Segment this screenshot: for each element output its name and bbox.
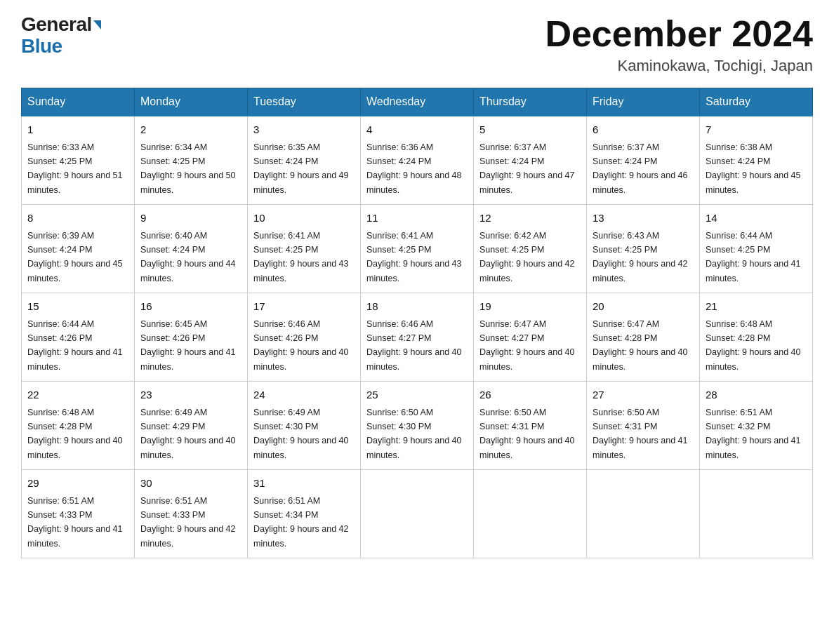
calendar-cell: 21 Sunrise: 6:48 AMSunset: 4:28 PMDaylig… xyxy=(700,293,813,382)
calendar-week-row: 22 Sunrise: 6:48 AMSunset: 4:28 PMDaylig… xyxy=(22,382,813,470)
calendar-cell: 7 Sunrise: 6:38 AMSunset: 4:24 PMDayligh… xyxy=(700,116,813,205)
day-number: 19 xyxy=(479,299,581,315)
calendar-cell: 8 Sunrise: 6:39 AMSunset: 4:24 PMDayligh… xyxy=(22,205,135,293)
logo-arrow-icon xyxy=(93,20,101,29)
calendar-cell: 27 Sunrise: 6:50 AMSunset: 4:31 PMDaylig… xyxy=(587,382,700,470)
day-info: Sunrise: 6:51 AMSunset: 4:32 PMDaylight:… xyxy=(706,408,801,460)
day-info: Sunrise: 6:49 AMSunset: 4:29 PMDaylight:… xyxy=(140,408,236,460)
day-number: 12 xyxy=(479,210,581,227)
calendar-cell: 18 Sunrise: 6:46 AMSunset: 4:27 PMDaylig… xyxy=(361,293,474,382)
day-info: Sunrise: 6:50 AMSunset: 4:31 PMDaylight:… xyxy=(479,408,575,460)
day-number: 20 xyxy=(593,299,694,315)
day-info: Sunrise: 6:36 AMSunset: 4:24 PMDaylight:… xyxy=(366,142,462,195)
header-tuesday: Tuesday xyxy=(248,88,361,116)
day-number: 22 xyxy=(27,387,128,403)
calendar-cell: 11 Sunrise: 6:41 AMSunset: 4:25 PMDaylig… xyxy=(361,205,474,293)
calendar-cell: 28 Sunrise: 6:51 AMSunset: 4:32 PMDaylig… xyxy=(700,382,813,470)
header-sunday: Sunday xyxy=(22,88,135,116)
day-number: 9 xyxy=(140,210,241,227)
calendar-cell: 20 Sunrise: 6:47 AMSunset: 4:28 PMDaylig… xyxy=(587,293,700,382)
day-info: Sunrise: 6:37 AMSunset: 4:24 PMDaylight:… xyxy=(479,142,575,195)
day-number: 10 xyxy=(253,210,355,227)
day-info: Sunrise: 6:34 AMSunset: 4:25 PMDaylight:… xyxy=(140,142,236,195)
calendar-cell: 10 Sunrise: 6:41 AMSunset: 4:25 PMDaylig… xyxy=(248,205,361,293)
day-info: Sunrise: 6:33 AMSunset: 4:25 PMDaylight:… xyxy=(27,142,123,195)
page-header: General Blue December 2024 Kaminokawa, T… xyxy=(21,14,813,75)
day-info: Sunrise: 6:50 AMSunset: 4:31 PMDaylight:… xyxy=(593,408,688,460)
day-number: 11 xyxy=(366,210,468,227)
day-number: 21 xyxy=(706,299,807,315)
calendar-subtitle: Kaminokawa, Tochigi, Japan xyxy=(545,57,813,75)
day-number: 24 xyxy=(253,387,355,403)
calendar-cell xyxy=(587,470,700,558)
day-number: 4 xyxy=(366,122,468,138)
day-number: 7 xyxy=(706,122,807,138)
day-number: 8 xyxy=(27,210,128,227)
calendar-cell: 15 Sunrise: 6:44 AMSunset: 4:26 PMDaylig… xyxy=(22,293,135,382)
calendar-cell: 30 Sunrise: 6:51 AMSunset: 4:33 PMDaylig… xyxy=(135,470,248,558)
day-info: Sunrise: 6:47 AMSunset: 4:28 PMDaylight:… xyxy=(593,319,688,372)
day-number: 29 xyxy=(27,476,128,492)
logo-blue-text: Blue xyxy=(21,36,62,58)
day-number: 23 xyxy=(140,387,241,403)
calendar-cell: 31 Sunrise: 6:51 AMSunset: 4:34 PMDaylig… xyxy=(248,470,361,558)
day-number: 18 xyxy=(366,299,468,315)
day-info: Sunrise: 6:48 AMSunset: 4:28 PMDaylight:… xyxy=(27,408,123,460)
calendar-cell: 12 Sunrise: 6:42 AMSunset: 4:25 PMDaylig… xyxy=(474,205,587,293)
calendar-cell: 1 Sunrise: 6:33 AMSunset: 4:25 PMDayligh… xyxy=(22,116,135,205)
day-info: Sunrise: 6:51 AMSunset: 4:33 PMDaylight:… xyxy=(140,496,236,549)
day-number: 17 xyxy=(253,299,355,315)
calendar-week-row: 29 Sunrise: 6:51 AMSunset: 4:33 PMDaylig… xyxy=(22,470,813,558)
header-thursday: Thursday xyxy=(474,88,587,116)
calendar-cell: 4 Sunrise: 6:36 AMSunset: 4:24 PMDayligh… xyxy=(361,116,474,205)
day-number: 1 xyxy=(27,122,128,138)
day-info: Sunrise: 6:42 AMSunset: 4:25 PMDaylight:… xyxy=(479,231,575,283)
calendar-cell: 5 Sunrise: 6:37 AMSunset: 4:24 PMDayligh… xyxy=(474,116,587,205)
calendar-header-row: SundayMondayTuesdayWednesdayThursdayFrid… xyxy=(22,88,813,116)
calendar-cell: 22 Sunrise: 6:48 AMSunset: 4:28 PMDaylig… xyxy=(22,382,135,470)
calendar-week-row: 1 Sunrise: 6:33 AMSunset: 4:25 PMDayligh… xyxy=(22,116,813,205)
calendar-cell: 2 Sunrise: 6:34 AMSunset: 4:25 PMDayligh… xyxy=(135,116,248,205)
calendar-cell: 13 Sunrise: 6:43 AMSunset: 4:25 PMDaylig… xyxy=(587,205,700,293)
day-info: Sunrise: 6:35 AMSunset: 4:24 PMDaylight:… xyxy=(253,142,349,195)
calendar-cell xyxy=(474,470,587,558)
calendar-cell: 25 Sunrise: 6:50 AMSunset: 4:30 PMDaylig… xyxy=(361,382,474,470)
day-number: 3 xyxy=(253,122,355,138)
day-info: Sunrise: 6:49 AMSunset: 4:30 PMDaylight:… xyxy=(253,408,349,460)
day-number: 14 xyxy=(706,210,807,227)
calendar-cell: 24 Sunrise: 6:49 AMSunset: 4:30 PMDaylig… xyxy=(248,382,361,470)
title-block: December 2024 Kaminokawa, Tochigi, Japan xyxy=(545,14,813,75)
day-info: Sunrise: 6:46 AMSunset: 4:27 PMDaylight:… xyxy=(366,319,462,372)
day-number: 13 xyxy=(593,210,694,227)
calendar-cell xyxy=(700,470,813,558)
day-number: 5 xyxy=(479,122,581,138)
day-info: Sunrise: 6:37 AMSunset: 4:24 PMDaylight:… xyxy=(593,142,688,195)
day-info: Sunrise: 6:38 AMSunset: 4:24 PMDaylight:… xyxy=(706,142,801,195)
day-info: Sunrise: 6:44 AMSunset: 4:26 PMDaylight:… xyxy=(27,319,123,372)
day-number: 27 xyxy=(593,387,694,403)
day-info: Sunrise: 6:51 AMSunset: 4:34 PMDaylight:… xyxy=(253,496,349,549)
calendar-cell: 19 Sunrise: 6:47 AMSunset: 4:27 PMDaylig… xyxy=(474,293,587,382)
header-wednesday: Wednesday xyxy=(361,88,474,116)
day-number: 25 xyxy=(366,387,468,403)
logo: General Blue xyxy=(21,14,101,58)
calendar-cell: 9 Sunrise: 6:40 AMSunset: 4:24 PMDayligh… xyxy=(135,205,248,293)
day-info: Sunrise: 6:47 AMSunset: 4:27 PMDaylight:… xyxy=(479,319,575,372)
header-friday: Friday xyxy=(587,88,700,116)
header-monday: Monday xyxy=(135,88,248,116)
day-info: Sunrise: 6:50 AMSunset: 4:30 PMDaylight:… xyxy=(366,408,462,460)
day-info: Sunrise: 6:45 AMSunset: 4:26 PMDaylight:… xyxy=(140,319,236,372)
calendar-cell: 23 Sunrise: 6:49 AMSunset: 4:29 PMDaylig… xyxy=(135,382,248,470)
header-saturday: Saturday xyxy=(700,88,813,116)
calendar-cell: 17 Sunrise: 6:46 AMSunset: 4:26 PMDaylig… xyxy=(248,293,361,382)
day-number: 16 xyxy=(140,299,241,315)
calendar-week-row: 8 Sunrise: 6:39 AMSunset: 4:24 PMDayligh… xyxy=(22,205,813,293)
calendar-week-row: 15 Sunrise: 6:44 AMSunset: 4:26 PMDaylig… xyxy=(22,293,813,382)
day-info: Sunrise: 6:44 AMSunset: 4:25 PMDaylight:… xyxy=(706,231,801,283)
day-info: Sunrise: 6:51 AMSunset: 4:33 PMDaylight:… xyxy=(27,496,123,549)
day-number: 31 xyxy=(253,476,355,492)
calendar-cell: 16 Sunrise: 6:45 AMSunset: 4:26 PMDaylig… xyxy=(135,293,248,382)
day-info: Sunrise: 6:48 AMSunset: 4:28 PMDaylight:… xyxy=(706,319,801,372)
day-number: 15 xyxy=(27,299,128,315)
calendar-cell: 14 Sunrise: 6:44 AMSunset: 4:25 PMDaylig… xyxy=(700,205,813,293)
